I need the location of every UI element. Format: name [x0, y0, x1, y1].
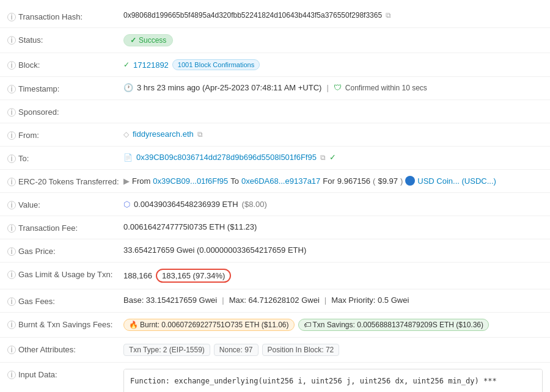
- confirmed-check-icon: 🛡: [334, 83, 342, 92]
- erc20-token[interactable]: USD Coin... (USDC...): [417, 176, 496, 186]
- position-in-block-badge: Position In Block: 72: [262, 344, 340, 356]
- gas-used-highlight: 183,165 (97.34%): [156, 269, 231, 283]
- tx-fee-row: i Transaction Fee: 0.0061642747775l0735 …: [0, 216, 550, 239]
- shield-icon: ✓: [123, 60, 130, 69]
- other-attributes-value: Txn Type: 2 (EIP-1559) Nonce: 97 Positio…: [123, 344, 543, 356]
- fire-icon: 🔥: [129, 321, 138, 329]
- block-number[interactable]: 17121892: [133, 60, 169, 70]
- info-icon: i: [7, 154, 16, 163]
- info-icon: i: [7, 247, 16, 256]
- contract-icon: 📄: [123, 153, 133, 162]
- transaction-hash-row: i Transaction Hash: 0x98068d199665b5f489…: [0, 5, 550, 28]
- burnt-fees-label: i Burnt & Txn Savings Fees:: [7, 319, 123, 329]
- info-icon: i: [7, 201, 16, 209]
- info-icon: i: [7, 297, 16, 306]
- clock-icon: 🕐: [123, 83, 133, 92]
- gas-fees-label: i Gas Fees:: [7, 296, 123, 306]
- to-row: i To: 📄 0x39CB09c8036714dd278d9b696d5508…: [0, 147, 550, 170]
- input-data-value: View Input As ▾ ⚙ Decode Input Data: [123, 369, 543, 392]
- info-icon: i: [7, 178, 16, 186]
- block-confirmations: 1001 Block Confirmations: [172, 59, 260, 70]
- nonce-badge: Nonce: 97: [214, 344, 258, 356]
- copy-to-icon[interactable]: ⧉: [320, 153, 326, 162]
- from-row: i From: ◇ fiddyresearch.eth ⧉: [0, 123, 550, 147]
- value-value: ⬡ 0.004390364548236939 ETH ($8.00): [123, 200, 543, 209]
- status-badge: Success: [123, 34, 173, 46]
- gas-limit-label: i Gas Limit & Usage by Txn:: [7, 269, 123, 279]
- txn-type-badge: Txn Type: 2 (EIP-1559): [123, 344, 210, 356]
- timestamp-row: i Timestamp: 🕐 3 hrs 23 mins ago (Apr-25…: [0, 77, 550, 100]
- verified-icon: ✓: [329, 153, 336, 162]
- info-icon: i: [7, 131, 16, 140]
- erc20-from[interactable]: 0x39CB09...01f6Ff95: [153, 176, 228, 186]
- input-data-textarea[interactable]: [123, 369, 543, 392]
- value-label: i Value:: [7, 199, 123, 209]
- timestamp-value: 🕐 3 hrs 23 mins ago (Apr-25-2023 07:48:1…: [123, 83, 543, 92]
- to-value: 📄 0x39CB09c8036714dd278d9b696d5508l501f6…: [123, 153, 543, 162]
- gas-fees-row: i Gas Fees: Base: 33.154217659 Gwei | Ma…: [0, 289, 550, 313]
- sponsored-label: i Sponsored:: [7, 106, 123, 117]
- gas-price-label: i Gas Price:: [7, 245, 123, 256]
- from-value: ◇ fiddyresearch.eth ⧉: [123, 129, 543, 139]
- usdc-icon: [405, 176, 415, 186]
- to-address[interactable]: 0x39CB09c8036714dd278d9b696d5508l501f6Ff…: [136, 153, 317, 162]
- info-icon: i: [7, 13, 16, 21]
- chevron-right-icon: ▶: [123, 176, 130, 186]
- status-row: i Status: Success: [0, 28, 550, 53]
- tx-fee-label: i Transaction Fee:: [7, 222, 123, 233]
- status-value: Success: [123, 34, 543, 46]
- savings-badge: 🏷 Txn Savings: 0.00568881374879209S ETH …: [298, 319, 490, 331]
- gas-fees-value: Base: 33.154217659 Gwei | Max: 64.712628…: [123, 296, 543, 305]
- erc20-amount: 9.967156: [337, 176, 370, 186]
- block-value: ✓ 17121892 1001 Block Confirmations: [123, 59, 543, 70]
- transaction-hash-label: i Transaction Hash:: [7, 11, 123, 21]
- gas-price-value: 33.654217659 Gwei (0.000000033654217659 …: [123, 245, 543, 255]
- info-icon: i: [7, 371, 16, 379]
- other-attributes-row: i Other Attributes: Txn Type: 2 (EIP-155…: [0, 338, 550, 363]
- gas-price-row: i Gas Price: 33.654217659 Gwei (0.000000…: [0, 239, 550, 263]
- tx-fee-value: 0.0061642747775l0735 ETH ($11.23): [123, 222, 543, 231]
- value-row: i Value: ⬡ 0.004390364548236939 ETH ($8.…: [0, 193, 550, 216]
- copy-hash-icon[interactable]: ⧉: [386, 11, 391, 20]
- sponsored-row: i Sponsored:: [0, 100, 550, 123]
- info-icon: i: [7, 85, 16, 93]
- input-data-row: i Input Data: View Input As ▾ ⚙ Decode I…: [0, 363, 550, 392]
- status-label: i Status:: [7, 34, 123, 45]
- gas-limit-row: i Gas Limit & Usage by Txn: 188,166 183,…: [0, 263, 550, 289]
- block-label: i Block:: [7, 59, 123, 70]
- burnt-fees-row: i Burnt & Txn Savings Fees: 🔥 Burnt: 0.0…: [0, 313, 550, 338]
- tag-icon: 🏷: [304, 321, 311, 329]
- info-icon: i: [7, 61, 16, 70]
- timestamp-label: i Timestamp:: [7, 83, 123, 93]
- block-row: i Block: ✓ 17121892 1001 Block Confirmat…: [0, 53, 550, 77]
- info-icon: i: [7, 36, 16, 45]
- copy-from-icon[interactable]: ⧉: [197, 130, 203, 139]
- burnt-fees-value: 🔥 Burnt: 0.00607269227751O735 ETH ($11.0…: [123, 319, 543, 331]
- erc20-value: ▶ From 0x39CB09...01f6Ff95 To 0xe6DA68..…: [123, 176, 543, 186]
- info-icon: i: [7, 108, 16, 117]
- info-icon: i: [7, 270, 16, 279]
- to-label: i To:: [7, 153, 123, 163]
- input-data-label: i Input Data:: [7, 369, 123, 379]
- diamond-icon: ◇: [123, 130, 129, 139]
- transaction-hash-value: 0x98068d199665b5f4895a4d320fbb52241824d1…: [123, 11, 543, 20]
- from-label: i From:: [7, 129, 123, 140]
- erc20-usd: (: [373, 176, 375, 186]
- from-address[interactable]: fiddyresearch.eth: [133, 129, 194, 139]
- info-icon: i: [7, 346, 16, 354]
- other-attributes-label: i Other Attributes:: [7, 344, 123, 354]
- erc20-to[interactable]: 0xe6DA68...e9137a17: [241, 176, 320, 186]
- erc20-label: i ERC-20 Tokens Transferred:: [7, 176, 123, 186]
- burnt-badge: 🔥 Burnt: 0.00607269227751O735 ETH ($11.0…: [123, 319, 295, 331]
- info-icon: i: [7, 321, 16, 329]
- eth-icon: ⬡: [123, 200, 130, 209]
- info-icon: i: [7, 224, 16, 233]
- erc20-row: i ERC-20 Tokens Transferred: ▶ From 0x39…: [0, 170, 550, 193]
- gas-limit-value: 188,166 183,165 (97.34%): [123, 269, 543, 283]
